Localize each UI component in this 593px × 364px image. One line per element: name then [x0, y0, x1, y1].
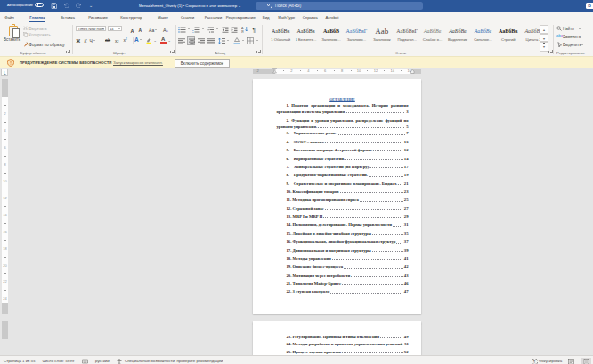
- svg-text:Я: Я: [241, 30, 244, 34]
- svg-text:¶: ¶: [533, 359, 535, 363]
- svg-text:А: А: [241, 27, 244, 30]
- svg-text:3: 3: [192, 31, 194, 33]
